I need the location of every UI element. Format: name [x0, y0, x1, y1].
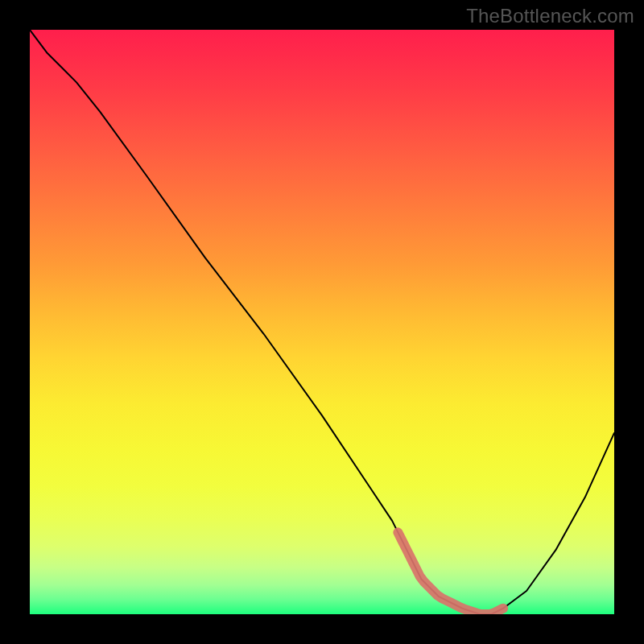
plot-area [30, 30, 614, 614]
watermark-text: TheBottleneck.com [466, 5, 634, 27]
chart-frame: TheBottleneck.com [0, 0, 644, 644]
chart-svg [30, 30, 614, 614]
gradient-background [30, 30, 614, 614]
